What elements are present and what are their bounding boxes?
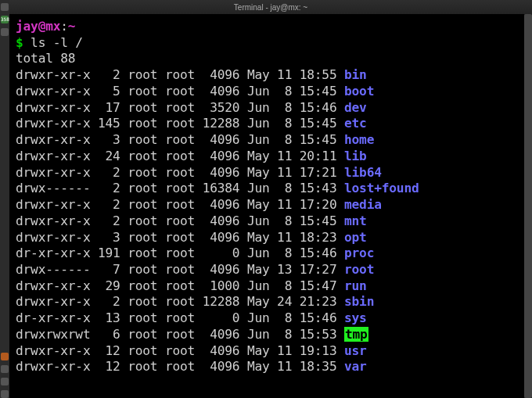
prompt-sep: :: [60, 19, 68, 34]
window-titlebar[interactable]: Terminal - jay@mx: ~: [9, 0, 532, 14]
ls-filename: sys: [344, 310, 367, 325]
ls-row: drwxr-xr-x 3 root root 4096 May 11 18:23…: [16, 230, 518, 246]
ls-filename: proc: [344, 246, 374, 260]
ls-row: drwxr-xr-x 12 root root 4096 May 11 19:1…: [16, 343, 518, 360]
ls-row: dr-xr-xr-x 13 root root 0 Jun 8 15:46 sy…: [16, 310, 518, 327]
firefox-icon[interactable]: [1, 353, 9, 360]
ls-meta: drwxrwxrwt 6 root root 4096 Jun 8 15:53: [16, 327, 344, 342]
window-title: Terminal - jay@mx: ~: [234, 3, 307, 12]
ls-filename: opt: [344, 230, 367, 245]
ls-row: drwxr-xr-x 3 root root 4096 Jun 8 15:45 …: [16, 132, 518, 149]
ls-meta: drwxr-xr-x 2 root root 4096 May 11 17:21: [16, 165, 344, 180]
prompt-user: jay: [16, 19, 38, 34]
ls-filename: lost+found: [344, 181, 419, 195]
ls-row: drwx------ 7 root root 4096 May 13 17:27…: [16, 262, 518, 278]
ls-row: drwxr-xr-x 2 root root 4096 May 11 17:21…: [16, 165, 518, 181]
ls-row: drwxr-xr-x 2 root root 12288 May 24 21:2…: [16, 294, 518, 310]
scrollbar-thumb[interactable]: [524, 14, 532, 398]
ls-filename: etc: [344, 116, 367, 131]
prompt-host: @mx: [38, 19, 61, 34]
taskbar-tray-icon[interactable]: [1, 390, 9, 398]
ls-row: drwx------ 2 root root 16384 Jun 8 15:43…: [16, 181, 518, 197]
ls-row: drwxrwxrwt 6 root root 4096 Jun 8 15:53 …: [16, 327, 518, 343]
ls-row: drwxr-xr-x 145 root root 12288 Jun 8 15:…: [16, 116, 518, 132]
terminal-output[interactable]: jay@mx:~$ ls -l /total 88drwxr-xr-x 2 ro…: [9, 14, 524, 398]
ls-meta: drwxr-xr-x 2 root root 4096 May 11 17:20: [16, 197, 344, 212]
ls-filename: usr: [344, 343, 367, 358]
scrollbar[interactable]: [524, 14, 532, 398]
ls-row: dr-xr-xr-x 191 root root 0 Jun 8 15:46 p…: [16, 246, 518, 262]
prompt-symbol: $: [16, 35, 31, 50]
ls-filename: var: [344, 359, 367, 374]
ls-meta: drwxr-xr-x 12 root root 4096 May 11 19:1…: [16, 343, 344, 358]
ls-filename: lib: [344, 149, 367, 163]
ls-filename: home: [344, 132, 374, 147]
ls-filename: tmp: [344, 327, 368, 342]
ls-meta: drwxr-xr-x 3 root root 4096 May 11 18:23: [16, 230, 344, 245]
ls-meta: drwxr-xr-x 2 root root 4096 Jun 8 15:45: [16, 213, 344, 228]
command-text: ls -l /: [31, 35, 83, 50]
ls-meta: drwxr-xr-x 29 root root 1000 Jun 8 15:47: [16, 278, 344, 293]
ls-filename: root: [344, 262, 374, 277]
ls-row: drwxr-xr-x 29 root root 1000 Jun 8 15:47…: [16, 278, 518, 295]
ls-filename: run: [344, 278, 367, 293]
taskbar-menu-icon[interactable]: [1, 3, 9, 11]
taskbar: 358: [0, 0, 9, 398]
ls-row: drwxr-xr-x 12 root root 4096 May 11 18:3…: [16, 359, 518, 375]
ls-meta: dr-xr-xr-x 13 root root 0 Jun 8 15:46: [16, 310, 344, 325]
total-line: total 88: [16, 51, 518, 67]
ls-meta: drwxr-xr-x 24 root root 4096 May 11 20:1…: [16, 149, 344, 163]
ls-row: drwxr-xr-x 17 root root 3520 Jun 8 15:46…: [16, 100, 518, 117]
desktop: 358 Terminal - jay@mx: ~ jay@mx:~$ ls -l…: [0, 0, 532, 398]
ls-row: drwxr-xr-x 5 root root 4096 Jun 8 15:45 …: [16, 84, 518, 100]
ls-meta: dr-xr-xr-x 191 root root 0 Jun 8 15:46: [16, 246, 344, 260]
ls-meta: drwx------ 7 root root 4096 May 13 17:27: [16, 262, 344, 277]
taskbar-tray-icon[interactable]: [1, 365, 9, 373]
ls-meta: drwxr-xr-x 145 root root 12288 Jun 8 15:…: [16, 116, 344, 131]
ls-meta: drwx------ 2 root root 16384 Jun 8 15:43: [16, 181, 344, 195]
ls-filename: lib64: [344, 165, 382, 180]
ls-filename: dev: [344, 100, 367, 115]
ls-filename: media: [344, 197, 382, 212]
ls-filename: mnt: [344, 213, 367, 228]
prompt-line: jay@mx:~: [16, 19, 518, 35]
ls-row: drwxr-xr-x 2 root root 4096 May 11 17:20…: [16, 197, 518, 213]
prompt-cwd: ~: [68, 19, 76, 34]
ls-filename: bin: [344, 67, 367, 82]
terminal-window: Terminal - jay@mx: ~ jay@mx:~$ ls -l /to…: [9, 0, 532, 398]
ls-meta: drwxr-xr-x 17 root root 3520 Jun 8 15:46: [16, 100, 344, 115]
ls-meta: drwxr-xr-x 5 root root 4096 Jun 8 15:45: [16, 84, 344, 99]
ls-meta: drwxr-xr-x 3 root root 4096 Jun 8 15:45: [16, 132, 344, 147]
ls-meta: drwxr-xr-x 12 root root 4096 May 11 18:3…: [16, 359, 344, 374]
ls-row: drwxr-xr-x 2 root root 4096 Jun 8 15:45 …: [16, 213, 518, 230]
ls-row: drwxr-xr-x 2 root root 4096 May 11 18:55…: [16, 67, 518, 84]
taskbar-tray-icon[interactable]: [1, 378, 9, 385]
ls-meta: drwxr-xr-x 2 root root 4096 May 11 18:55: [16, 67, 344, 82]
ls-filename: boot: [344, 84, 374, 99]
ls-row: drwxr-xr-x 24 root root 4096 May 11 20:1…: [16, 149, 518, 165]
command-line: $ ls -l /: [16, 35, 518, 52]
taskbar-workspace-badge[interactable]: 358: [1, 16, 9, 23]
taskbar-app-icon[interactable]: [1, 28, 9, 36]
ls-meta: drwxr-xr-x 2 root root 12288 May 24 21:2…: [16, 294, 344, 309]
ls-filename: sbin: [344, 294, 374, 309]
